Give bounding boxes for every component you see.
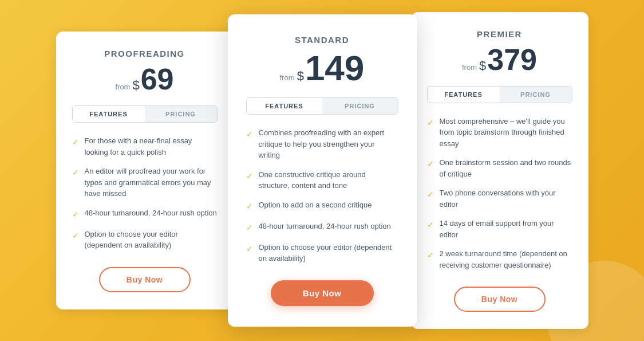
check-icon: ✓ [427,219,434,231]
feature-text: Option to choose your editor (dependent … [259,242,398,264]
check-icon: ✓ [246,243,253,255]
check-icon: ✓ [427,249,434,261]
list-item: ✓Most comprehensive – we'll guide you fr… [427,116,572,150]
feature-text: An editor will proofread your work for t… [85,166,218,199]
premier-buy-button[interactable]: Buy Now [454,287,546,312]
check-icon: ✓ [246,170,253,182]
proofreading-price-symbol: $ [132,78,139,93]
check-icon: ✓ [246,222,253,234]
check-icon: ✓ [72,209,79,221]
check-icon: ✓ [246,128,253,140]
standard-features-list: ✓Combines proofreading with an expert cr… [246,127,398,264]
check-icon: ✓ [246,201,253,213]
proofreading-title: PROOFREADING [72,49,218,58]
feature-text: 14 days of email support from your edito… [440,218,572,240]
list-item: ✓One constructive critique around struct… [246,169,398,191]
check-icon: ✓ [72,167,79,179]
card-premier: PREMIERfrom $379FEATURESPRICING✓Most com… [411,12,588,330]
proofreading-features-list: ✓For those with a near-final essay looki… [72,135,218,251]
check-icon: ✓ [427,117,434,129]
feature-text: Combines proofreading with an expert cri… [259,127,398,161]
proofreading-buy-button[interactable]: Buy Now [99,267,191,292]
standard-buy-button[interactable]: Buy Now [271,280,374,306]
premier-price-from: from [462,63,477,72]
feature-text: 48-hour turnaround, 24-hour rush option [85,207,217,219]
standard-price-row: from $149 [246,50,398,86]
premier-tab-pricing[interactable]: PRICING [500,87,572,103]
feature-text: For those with a near-final essay lookin… [85,135,218,158]
standard-tab-features[interactable]: FEATURES [247,98,322,114]
proofreading-tabs: FEATURESPRICING [72,105,218,123]
proofreading-price-from: from [115,83,130,91]
premier-price-amount: 379 [487,45,537,75]
check-icon: ✓ [72,136,79,148]
list-item: ✓Option to choose your editor (dependent… [72,229,218,251]
proofreading-price-row: from $69 [72,64,218,94]
premier-title: PREMIER [427,29,572,39]
list-item: ✓Combines proofreading with an expert cr… [246,127,398,161]
feature-text: Most comprehensive – we'll guide you fro… [440,116,572,150]
feature-text: Option to choose your editor (dependent … [85,229,218,251]
list-item: ✓14 days of email support from your edit… [427,218,572,240]
feature-text: Option to add on a second critique [259,199,372,211]
list-item: ✓Option to add on a second critique [246,199,398,213]
premier-features-list: ✓Most comprehensive – we'll guide you fr… [427,116,572,271]
feature-text: 48-hour turnaround, 24-hour rush option [259,221,391,232]
premier-price-symbol: $ [479,58,486,73]
standard-title: STANDARD [246,35,398,45]
list-item: ✓One brainstorm session and two rounds o… [427,157,572,179]
premier-tab-features[interactable]: FEATURES [428,87,500,103]
standard-price-symbol: $ [297,69,304,84]
card-proofreading: PROOFREADINGfrom $69FEATURESPRICING✓For … [56,32,234,309]
standard-price-from: from [280,73,295,82]
feature-text: 2 week turnaround time (dependent on rec… [440,248,572,271]
standard-price-amount: 149 [305,50,364,86]
pricing-cards-container: PROOFREADINGfrom $69FEATURESPRICING✓For … [56,12,588,330]
list-item: ✓An editor will proofread your work for … [72,166,218,199]
list-item: ✓2 week turnaround time (dependent on re… [427,248,572,271]
list-item: ✓Two phone conversations with your edito… [427,187,572,210]
list-item: ✓48-hour turnaround, 24-hour rush option [246,221,398,234]
premier-tabs: FEATURESPRICING [427,86,572,103]
list-item: ✓48-hour turnaround, 24-hour rush option [72,207,218,221]
proofreading-tab-pricing[interactable]: PRICING [145,106,217,122]
card-standard: STANDARDfrom $149FEATURESPRICING✓Combine… [228,14,417,327]
premier-price-row: from $379 [427,45,572,75]
feature-text: Two phone conversations with your editor [440,187,572,210]
check-icon: ✓ [72,230,79,242]
standard-tab-pricing[interactable]: PRICING [322,98,398,114]
standard-tabs: FEATURESPRICING [246,97,398,115]
check-icon: ✓ [427,189,434,201]
list-item: ✓For those with a near-final essay looki… [72,135,218,158]
feature-text: One brainstorm session and two rounds of… [440,157,572,179]
proofreading-price-amount: 69 [141,64,174,94]
proofreading-tab-features[interactable]: FEATURES [73,106,145,122]
list-item: ✓Option to choose your editor (dependent… [246,242,398,264]
check-icon: ✓ [427,158,434,170]
feature-text: One constructive critique around structu… [259,169,398,191]
